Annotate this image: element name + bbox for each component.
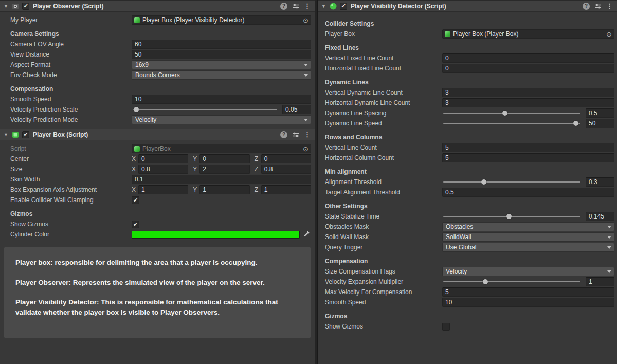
compensation-section-title: Compensation (325, 257, 613, 265)
aspect-format-dropdown[interactable]: 16x9 (132, 60, 311, 69)
object-picker-icon[interactable]: ⊙ (303, 17, 308, 24)
velocity-expansion-multiplier-input[interactable]: 1 (586, 277, 614, 286)
size-z-input[interactable]: 0.8 (261, 165, 311, 174)
max-velocity-for-compensation-input[interactable]: 5 (442, 287, 614, 297)
menu-icon[interactable]: ⋮ (304, 2, 311, 10)
slider-track (443, 216, 580, 217)
presets-icon[interactable] (594, 3, 602, 9)
fixed-lines-section-title: Fixed Lines (325, 44, 613, 52)
dynamic-line-speed-slider[interactable] (442, 119, 582, 128)
slider-handle[interactable] (502, 111, 507, 116)
object-picker-icon[interactable]: ⊙ (303, 145, 308, 152)
help-icon[interactable]: ? (583, 3, 590, 10)
chevron-down-icon (304, 119, 308, 121)
alignment-threshold-input[interactable]: 0.3 (586, 177, 614, 187)
field-value: 0.1 (135, 176, 143, 183)
component-enabled-checkbox[interactable]: ✔ (22, 131, 29, 138)
smooth-speed-input[interactable]: 10 (442, 298, 614, 307)
dropdown-value: Velocity (135, 116, 156, 123)
check-icon: ✔ (23, 131, 28, 138)
vertical-line-count-input[interactable]: 5 (442, 143, 614, 152)
script-object-field[interactable]: PlayerBox ⊙ (132, 144, 311, 153)
dynamic-line-spacing-row: Dynamic Line Spacing 0.5 (325, 108, 614, 118)
velocity-expansion-multiplier-slider[interactable] (442, 277, 582, 286)
chevron-down-icon (607, 236, 611, 239)
cylinder-color-swatch[interactable] (132, 231, 300, 239)
menu-icon[interactable]: ⋮ (304, 131, 311, 138)
dynamic-line-spacing-slider[interactable] (442, 108, 582, 118)
solid-wall-mask-dropdown[interactable]: SolidWall (442, 232, 614, 242)
vertical-dynamic-line-count-input[interactable]: 3 (442, 88, 614, 97)
velocity-prediction-scale-slider[interactable] (132, 105, 278, 114)
velocity-prediction-scale-input[interactable]: 0.05 (282, 105, 311, 114)
size-x-input[interactable]: 0.8 (138, 165, 188, 174)
dynamic-line-speed-input[interactable]: 50 (586, 119, 614, 128)
smooth-speed-input[interactable]: 10 (132, 95, 311, 104)
player-box-object-field[interactable]: Player Box (Player Box) ⊙ (442, 29, 614, 39)
alignment-threshold-slider[interactable] (442, 177, 582, 187)
my-player-object-field[interactable]: Player Box (Player Visibility Detector) … (132, 15, 311, 25)
smooth-speed-row: Smooth Speed 10 (325, 298, 614, 307)
velocity-prediction-mode-label: Velocity Prediction Mode (10, 116, 132, 123)
wall-clamping-checkbox[interactable]: ✔ (132, 196, 139, 204)
target-alignment-threshold-input[interactable]: 0.5 (442, 188, 614, 197)
slider-track (443, 113, 580, 114)
eyedropper-icon[interactable] (302, 231, 311, 238)
state-stabilize-time-input[interactable]: 0.145 (586, 212, 614, 221)
gizmos-section-title: Gizmos (325, 312, 613, 320)
query-trigger-dropdown[interactable]: Use Global (442, 243, 614, 252)
component-enabled-checkbox[interactable]: ✔ (340, 3, 347, 10)
field-value: 3 (445, 99, 449, 106)
fov-check-mode-dropdown[interactable]: Bounds Corners (132, 70, 311, 80)
state-stabilize-time-slider[interactable] (442, 212, 582, 221)
max-velocity-for-compensation-row: Max Velocity For Compensation 5 (325, 287, 614, 297)
box-expansion-z-input[interactable]: 1 (261, 185, 311, 194)
size-compensation-flags-dropdown[interactable]: Velocity (442, 267, 614, 276)
axis-y-label: Y (193, 155, 199, 162)
field-value: 0 (203, 155, 206, 162)
help-icon[interactable]: ? (280, 3, 287, 10)
horizontal-dynamic-line-count-input[interactable]: 3 (442, 98, 614, 107)
dynamic-line-spacing-input[interactable]: 0.5 (586, 108, 614, 118)
show-gizmos-checkbox[interactable]: ✔ (132, 221, 139, 228)
horizontal-fixed-line-count-label: Horizontal Fixed Line Count (325, 65, 442, 72)
check-icon: ✔ (133, 197, 138, 204)
menu-icon[interactable]: ⋮ (606, 2, 613, 10)
presets-icon[interactable] (292, 132, 299, 138)
solid-wall-mask-row: Solid Wall Mask SolidWall (325, 232, 614, 242)
center-z-input[interactable]: 0 (261, 154, 311, 163)
center-x-input[interactable]: 0 (138, 154, 188, 163)
slider-handle[interactable] (134, 107, 139, 112)
horizontal-column-count-input[interactable]: 5 (442, 153, 614, 162)
foldout-icon[interactable]: ▼ (321, 4, 326, 9)
show-gizmos-checkbox[interactable] (442, 323, 450, 331)
help-icon[interactable]: ? (280, 131, 287, 138)
slider-handle[interactable] (483, 279, 488, 284)
velocity-prediction-mode-dropdown[interactable]: Velocity (132, 115, 311, 124)
horizontal-fixed-line-count-input[interactable]: 0 (442, 64, 614, 73)
slider-handle[interactable] (573, 121, 578, 126)
view-distance-input[interactable]: 50 (132, 50, 311, 59)
state-stabilize-time-row: State Stabilize Time 0.145 (325, 212, 614, 221)
size-compensation-flags-label: Size Compensation Flags (325, 268, 442, 275)
field-value: 0.8 (264, 166, 273, 173)
vertical-line-count-label: Vertical Line Count (325, 144, 442, 151)
object-picker-icon[interactable]: ⊙ (606, 31, 612, 38)
foldout-icon[interactable]: ▼ (3, 132, 9, 137)
rows-and-columns-section-title: Rows and Columns (325, 133, 613, 141)
presets-icon[interactable] (292, 3, 299, 9)
field-value: 5 (445, 144, 449, 151)
slider-handle[interactable] (481, 179, 486, 185)
foldout-icon[interactable]: ▼ (3, 4, 9, 9)
vertical-fixed-line-count-input[interactable]: 0 (442, 53, 614, 63)
box-expansion-y-input[interactable]: 1 (199, 185, 249, 194)
center-y-input[interactable]: 0 (199, 154, 249, 163)
component-enabled-checkbox[interactable]: ✔ (22, 3, 29, 10)
box-expansion-x-input[interactable]: 1 (138, 185, 188, 194)
obstacles-mask-dropdown[interactable]: Obstacles (442, 222, 614, 231)
slider-handle[interactable] (506, 214, 512, 219)
size-y-input[interactable]: 2 (199, 165, 249, 174)
camera-fov-input[interactable]: 60 (132, 40, 311, 49)
fov-check-mode-row: Fov Check Mode Bounds Corners (10, 70, 311, 80)
skin-width-input[interactable]: 0.1 (132, 175, 311, 184)
